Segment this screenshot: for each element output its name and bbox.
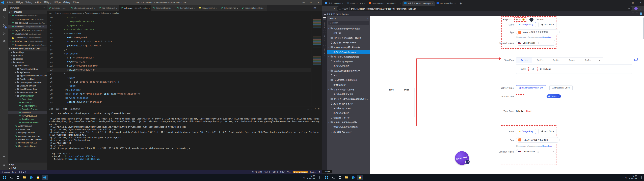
day-tab[interactable]: Day5× [580, 58, 596, 63]
project-section[interactable]: ▾ ASOWORLD CLIENT FRONTEND [8, 47, 47, 50]
maximize-panel-icon[interactable]: ⌃ [314, 108, 316, 110]
task-view-icon[interactable] [15, 175, 21, 180]
code-line[interactable]: 26 {{ $t('orders.generateTaskPlans') }} [47, 80, 322, 84]
code-line[interactable]: 21 type="warning" [47, 60, 322, 64]
code-line[interactable]: 27 </span> [47, 84, 322, 88]
tree-file[interactable]: TaskPlan.vue [8, 118, 47, 121]
tree-file[interactable]: KeywordBox.vue [8, 114, 47, 118]
code-line[interactable]: 19 <el-button [47, 52, 322, 56]
code-line[interactable]: 23 @click="showTaskPlan" [47, 68, 322, 72]
notes-panel-icon[interactable] [323, 30, 326, 33]
copy-plan-icon[interactable] [634, 59, 635, 61]
input-method-indicator[interactable]: 中 [304, 176, 305, 179]
split-editor-icon[interactable]: ◫ [314, 6, 316, 10]
dropdown-icon[interactable]: ▾ [311, 108, 312, 110]
start-icon[interactable] [1, 175, 8, 180]
tree-file[interactable]: choose-app-card.vue [8, 141, 47, 144]
code-line[interactable]: 31 :disabled.sync="disabled" [47, 100, 322, 104]
open-editors-section[interactable]: ▾ 打开的编辑器 [8, 10, 47, 14]
dirty-indicator[interactable]: ● [94, 7, 96, 9]
close-icon[interactable]: ✕ [636, 0, 644, 6]
chrome-icon[interactable] [35, 175, 41, 180]
browser-tab[interactable]: Files · develop · asoworld / crx...× [367, 1, 402, 6]
task-view-icon[interactable] [337, 175, 343, 180]
tree-folder[interactable]: ▸DiscountFormItem [8, 84, 47, 88]
dirty-indicator[interactable]: ● [172, 7, 174, 9]
more-actions-icon[interactable]: ⋯ [43, 6, 45, 9]
page-folder-item[interactable]: ▾用户后台首页报表增加下单转化 [327, 36, 370, 40]
search-icon[interactable] [0, 14, 8, 22]
page-folder-item[interactable]: ▾用户后台订单批量化管理功能 [327, 54, 370, 59]
code-line[interactable]: 25 <span> [47, 76, 322, 80]
add-day-button[interactable]: + [596, 58, 603, 63]
dirty-indicator[interactable]: ● [237, 7, 238, 9]
close-icon[interactable]: × [342, 2, 344, 4]
dirty-indicator[interactable]: ● [148, 7, 150, 9]
page-item[interactable]: 处理方案 [327, 31, 370, 36]
page-item[interactable]: 用户后台-Smart Campaign [327, 50, 370, 54]
day-tab[interactable]: Day2× [532, 58, 548, 63]
open-editor-item[interactable]: ●app-select.vuesrc\views\services\compon… [8, 21, 47, 25]
close-icon[interactable]: × [558, 59, 559, 61]
formatter-item[interactable]: Prettier [310, 171, 316, 173]
open-editor-item[interactable]: ●index.vue...\components\SmartCampaign [8, 25, 47, 28]
tree-file[interactable]: index.vue [8, 111, 47, 114]
code-line[interactable]: 29 <task-plan ref="myTaskplan" :pay-data… [47, 92, 322, 96]
tree-file[interactable]: carrier-continue-china.vue [8, 138, 47, 141]
tree-file[interactable]: Competitors.vue [8, 104, 47, 108]
menu-item[interactable]: 终端(T) [62, 1, 71, 4]
google-play-button[interactable]: Google Play [516, 22, 536, 27]
editor-tab[interactable]: choose-app-card.vue● [70, 5, 97, 11]
chrome-icon[interactable] [357, 175, 363, 180]
code-line[interactable]: 18 /> [47, 48, 322, 52]
tree-file[interactable]: ConsumptionList.vue [8, 144, 47, 148]
browser-menu-icon[interactable]: ⋮ [640, 7, 642, 10]
forward-icon[interactable]: → [328, 7, 331, 10]
editor-tab[interactable]: ConsumptionList.vue● [240, 5, 268, 11]
code-line[interactable]: 16 :competitor-list="competitorList" [47, 40, 322, 44]
tree-folder[interactable]: ▸InstallPackageCard [8, 88, 47, 91]
page-folder-item[interactable]: ▾光谱银行充值活动内容调整 [327, 120, 370, 125]
file-explorer-icon[interactable] [344, 175, 350, 180]
menu-item[interactable]: 选择(S) [24, 1, 33, 4]
menu-item[interactable]: 文件(F) [5, 1, 14, 4]
country-select[interactable]: United States i ▾ [516, 40, 556, 46]
spread-installs-button[interactable]: Spread Installs Within 24h [516, 85, 546, 90]
terminal-url[interactable]: http://localhost:8081/ap/ [65, 155, 96, 158]
page-folder-item[interactable]: ▾CRM私海用户批量转移功能 [327, 78, 370, 82]
reload-icon[interactable]: ⟳ [333, 7, 335, 10]
profile-avatar[interactable]: a [634, 7, 638, 10]
minimize-icon[interactable]: — [622, 0, 629, 6]
close-icon[interactable]: × [216, 7, 217, 9]
app-select[interactable]: HelloCN·海外华人影音票房 ▾ [516, 30, 560, 35]
tree-folder[interactable]: ▸rankings [8, 50, 47, 54]
close-icon[interactable]: × [432, 2, 433, 4]
maximize-icon[interactable]: □ [307, 0, 314, 5]
code-line[interactable]: 28 </el-button> [47, 88, 322, 92]
page-item[interactable]: 用户后台-Add Money [327, 130, 370, 134]
status-item[interactable]: UTF-8 [272, 171, 278, 173]
maximize-icon[interactable]: □ [629, 0, 636, 6]
app-select[interactable]: HelloCN·海外华人影音票房 ▾ [516, 137, 560, 142]
tree-folder[interactable]: ▸AppReviewsLikesServiceCard [8, 74, 47, 78]
tree-file[interactable]: BoxItem.vue [8, 101, 47, 104]
code-line[interactable]: 12 </span> --> [47, 24, 322, 28]
feedback-icon[interactable] [632, 12, 634, 15]
country-select[interactable]: United States i ▾ [516, 149, 556, 154]
tray-expand-icon[interactable]: ∧ [300, 176, 302, 179]
page-folder-item[interactable]: ▾支持多天订单中途可以取消&后台对应的处理&相关 [327, 96, 370, 101]
console-panel-icon[interactable] [323, 43, 326, 46]
share-user-icon[interactable] [640, 12, 642, 15]
search-icon[interactable] [8, 175, 14, 180]
browser-tab[interactable]: 用户后台-Smart Campaign× [402, 1, 435, 6]
taskbar-clock[interactable]: 16:28 2023/4/11 [629, 175, 637, 180]
more-actions-icon[interactable]: ⋯ [318, 6, 320, 10]
code-line[interactable]: 11 Keywords Research [47, 20, 322, 24]
add-terminal-icon[interactable]: ＋ [307, 108, 309, 110]
app-store-button[interactable]: App Store [538, 22, 556, 27]
code-line[interactable]: 15 ref="myKeyword" [47, 36, 322, 40]
page-folder-item[interactable]: ▾大数据服务等级[asod]演示应用 [327, 26, 370, 31]
tree-folder[interactable]: ▸AsoServiceCard [8, 78, 47, 81]
panel-tab[interactable]: 输出 [56, 106, 60, 112]
total-badge[interactable]: Total 0 › [546, 94, 561, 98]
